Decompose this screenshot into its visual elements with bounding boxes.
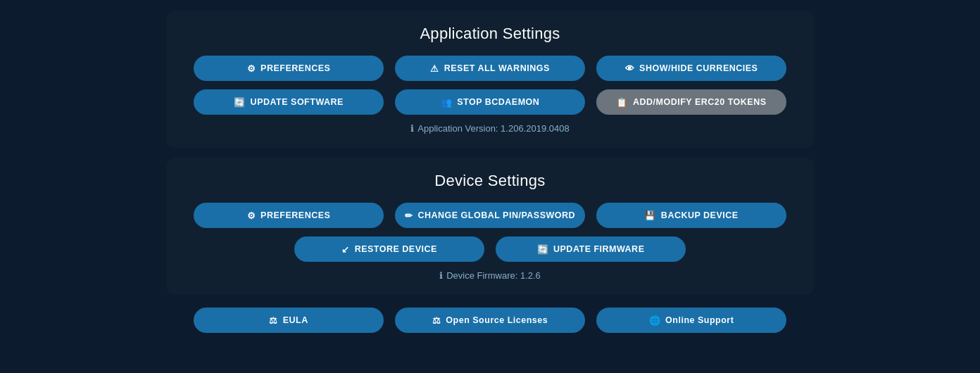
daemon-icon: 👥 — [441, 97, 453, 108]
eula-button[interactable]: ⚖ EULA — [194, 308, 384, 333]
show-hide-currencies-label: SHOW/HIDE CURRENCIES — [639, 63, 758, 73]
scale-icon: ⚖ — [269, 315, 278, 326]
backup-device-button[interactable]: 💾 BACKUP DEVICE — [596, 203, 786, 228]
info-icon: ℹ — [410, 123, 414, 134]
online-support-label: Online Support — [665, 315, 734, 325]
stop-bcdaemon-label: STOP BCDAEMON — [457, 97, 539, 107]
license-icon: ⚖ — [432, 315, 441, 326]
preferences-app-button[interactable]: ⚙ PREFERENCES — [194, 56, 384, 81]
restore-device-label: RESTORE DEVICE — [355, 244, 437, 254]
app-settings-card: Application Settings ⚙ PREFERENCES ⚠ RES… — [166, 11, 814, 148]
warning-icon: ⚠ — [430, 63, 439, 74]
change-pin-button[interactable]: ✏ CHANGE GLOBAL PIN/PASSWORD — [395, 203, 585, 228]
preferences-device-label: PREFERENCES — [260, 210, 330, 220]
gear-icon: ⚙ — [247, 63, 256, 74]
app-settings-row1: ⚙ PREFERENCES ⚠ RESET ALL WARNINGS 👁 SHO… — [187, 56, 793, 81]
online-support-button[interactable]: 🌐 Online Support — [596, 308, 786, 333]
update-firmware-label: UPDATE FIRMWARE — [553, 244, 645, 254]
info-icon-device: ℹ — [439, 270, 443, 281]
backup-device-label: BACKUP DEVICE — [661, 210, 739, 220]
restore-icon: ↙ — [341, 244, 350, 255]
app-settings-row2: 🔄 UPDATE SOFTWARE 👥 STOP BCDAEMON 📋 ADD/… — [187, 89, 793, 115]
eula-label: EULA — [283, 315, 308, 325]
stop-bcdaemon-button[interactable]: 👥 STOP BCDAEMON — [395, 89, 585, 115]
app-version-info: ℹ Application Version: 1.206.2019.0408 — [187, 123, 793, 134]
change-pin-label: CHANGE GLOBAL PIN/PASSWORD — [417, 210, 575, 220]
gear-icon-device: ⚙ — [247, 210, 256, 221]
open-source-licenses-label: Open Source Licenses — [446, 315, 548, 325]
update-firmware-button[interactable]: 🔄 UPDATE FIRMWARE — [496, 236, 686, 262]
update-software-button[interactable]: 🔄 UPDATE SOFTWARE — [194, 89, 384, 115]
device-settings-row1: ⚙ PREFERENCES ✏ CHANGE GLOBAL PIN/PASSWO… — [187, 203, 793, 228]
add-modify-erc20-label: ADD/MODIFY ERC20 TOKENS — [633, 97, 767, 107]
firmware-refresh-icon: 🔄 — [537, 244, 549, 255]
device-settings-row2: ↙ RESTORE DEVICE 🔄 UPDATE FIRMWARE — [187, 236, 793, 262]
eye-icon: 👁 — [625, 63, 635, 74]
open-source-licenses-button[interactable]: ⚖ Open Source Licenses — [395, 308, 585, 333]
edit-icon: ✏ — [405, 210, 413, 221]
device-version-info: ℹ Device Firmware: 1.2.6 — [187, 270, 793, 281]
show-hide-currencies-button[interactable]: 👁 SHOW/HIDE CURRENCIES — [596, 56, 786, 81]
footer-buttons: ⚖ EULA ⚖ Open Source Licenses 🌐 Online S… — [194, 308, 786, 333]
update-software-label: UPDATE SOFTWARE — [251, 97, 344, 107]
device-version-label: Device Firmware: 1.2.6 — [446, 270, 541, 281]
token-icon: 📋 — [616, 97, 628, 108]
preferences-device-button[interactable]: ⚙ PREFERENCES — [194, 203, 384, 228]
globe-icon: 🌐 — [649, 315, 661, 326]
app-settings-title: Application Settings — [187, 25, 793, 43]
restore-device-button[interactable]: ↙ RESTORE DEVICE — [294, 236, 484, 262]
device-settings-title: Device Settings — [187, 172, 793, 190]
add-modify-erc20-button[interactable]: 📋 ADD/MODIFY ERC20 TOKENS — [596, 89, 786, 115]
preferences-app-label: PREFERENCES — [260, 63, 330, 73]
reset-warnings-button[interactable]: ⚠ RESET ALL WARNINGS — [395, 56, 585, 81]
device-settings-card: Device Settings ⚙ PREFERENCES ✏ CHANGE G… — [166, 158, 814, 295]
refresh-icon: 🔄 — [234, 97, 246, 108]
app-version-label: Application Version: 1.206.2019.0408 — [417, 123, 569, 134]
backup-icon: 💾 — [644, 210, 656, 221]
reset-warnings-label: RESET ALL WARNINGS — [444, 63, 550, 73]
